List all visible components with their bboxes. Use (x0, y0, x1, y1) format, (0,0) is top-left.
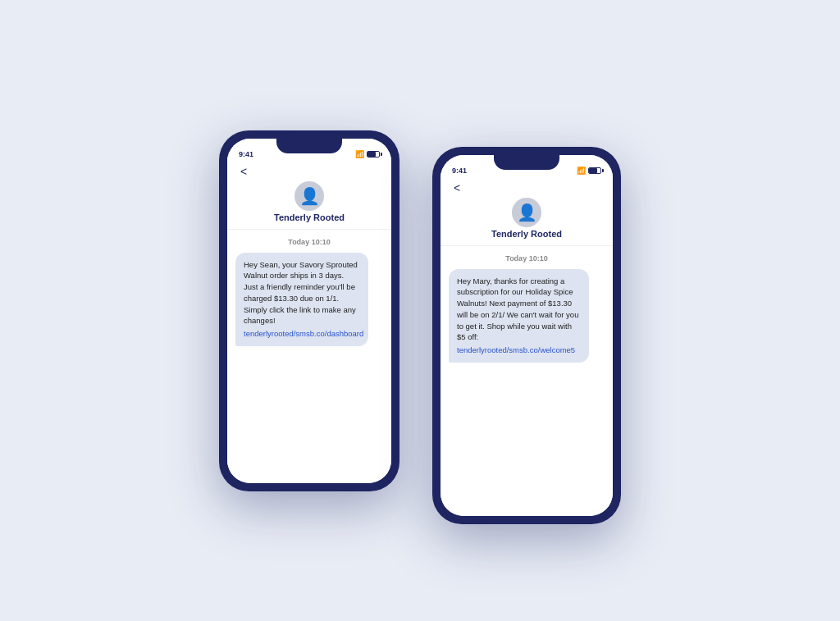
phone-1-date-label: Today 10:10 (235, 238, 383, 246)
phone-2-message-bubble: Hey Mary, thanks for creating a subscrip… (449, 269, 589, 363)
phone-2-notch-area: 9:41 📶 (441, 155, 613, 178)
phone-2: 9:41 📶 < 👤 Tenderly Rooted (432, 147, 621, 524)
phone-1-contact-name: Tenderly Rooted (274, 212, 345, 222)
phone-2-avatar: 👤 (512, 198, 541, 227)
phone-2-chat-body: Today 10:10 Hey Mary, thanks for creatin… (441, 246, 613, 516)
wifi-icon: 📶 (355, 150, 364, 158)
phone-1-header-row: < (240, 165, 378, 178)
phone-1-message-text: Hey Sean, your Savory Sprouted Walnut or… (244, 260, 358, 326)
phone-2-chat-header: < 👤 Tenderly Rooted (441, 178, 613, 246)
battery-fill-2 (589, 168, 597, 173)
back-arrow-2[interactable]: < (454, 181, 460, 194)
avatar-icon: 👤 (299, 186, 320, 206)
phone-2-screen: 9:41 📶 < 👤 Tenderly Rooted (441, 155, 613, 516)
battery-icon (367, 151, 380, 158)
phone-1-chat-body: Today 10:10 Hey Sean, your Savory Sprout… (227, 230, 391, 483)
phone-2-message-link[interactable]: tenderlyrooted/smsb.co/welcome5 (457, 345, 581, 356)
back-arrow[interactable]: < (240, 165, 247, 178)
phone-2-header-row: < (454, 181, 600, 194)
phone-2-contact-name: Tenderly Rooted (491, 229, 562, 239)
phone-1-message-link[interactable]: tenderlyrooted/smsb.co/dashboard (244, 328, 360, 340)
phone-1-status-bar: 9:41 📶 (227, 139, 391, 162)
battery-icon-2 (588, 167, 601, 174)
phone-2-date-label: Today 10:10 (449, 254, 605, 263)
phone-1-screen: 9:41 📶 < 👤 Tenderly Rooted (227, 139, 391, 483)
phone-2-status-icons: 📶 (577, 167, 601, 175)
phone-2-time: 9:41 (452, 167, 467, 175)
phone-1-chat-header: < 👤 Tenderly Rooted (227, 162, 391, 230)
phone-1-time: 9:41 (239, 150, 253, 158)
phone-1-avatar: 👤 (294, 181, 324, 211)
battery-fill (368, 152, 376, 157)
phone-2-message-text: Hey Mary, thanks for creating a subscrip… (457, 276, 578, 342)
wifi-icon-2: 📶 (577, 167, 586, 175)
avatar-icon-2: 👤 (517, 203, 537, 222)
phone-1-notch-area: 9:41 📶 (227, 139, 391, 162)
phone-2-status-bar: 9:41 📶 (441, 155, 613, 178)
phone-1-status-icons: 📶 (355, 150, 380, 158)
phone-1: 9:41 📶 < 👤 Tenderly Rooted (219, 130, 399, 491)
phone-1-message-bubble: Hey Sean, your Savory Sprouted Walnut or… (235, 253, 368, 346)
phones-container: 9:41 📶 < 👤 Tenderly Rooted (219, 122, 621, 500)
